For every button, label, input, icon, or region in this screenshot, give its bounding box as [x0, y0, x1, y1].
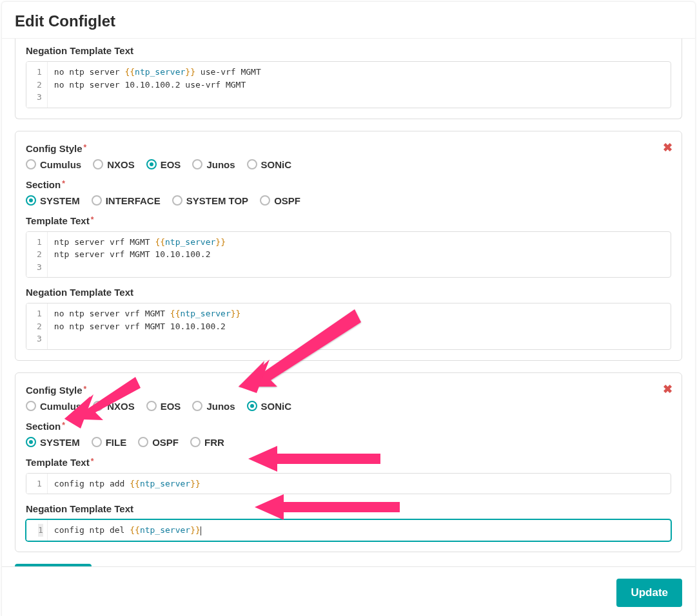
- radio-sonic[interactable]: SONiC: [247, 159, 292, 170]
- radio-label: SYSTEM: [40, 437, 80, 448]
- radio-dot-icon: [146, 401, 157, 411]
- radio-dot-icon: [260, 195, 270, 206]
- radio-junos[interactable]: Junos: [192, 401, 235, 412]
- code-area[interactable]: config ntp del {{ntp_server}}: [48, 520, 671, 541]
- radio-dot-icon: [146, 159, 157, 169]
- negation-template-label-2: Negation Template Text: [26, 503, 671, 514]
- radio-nxos[interactable]: NXOS: [93, 401, 135, 412]
- radio-junos[interactable]: Junos: [192, 159, 235, 170]
- radio-dot-icon: [192, 159, 202, 169]
- radio-dot-icon: [190, 437, 201, 447]
- template-text-label-1: Template Text*: [26, 215, 671, 226]
- radio-label: Cumulus: [40, 401, 81, 412]
- radio-label: SYSTEM TOP: [186, 195, 248, 206]
- template-text-label-2: Template Text*: [26, 457, 671, 468]
- code-area[interactable]: no ntp server vrf MGMT {{ntp_server}} no…: [48, 303, 671, 349]
- add-style-button[interactable]: Add a style: [15, 564, 92, 567]
- radio-label: OSPF: [152, 437, 179, 448]
- radio-dot-icon: [26, 401, 36, 411]
- line-gutter: 1 2 3: [26, 303, 48, 349]
- radio-eos[interactable]: EOS: [146, 401, 181, 412]
- radio-dot-icon: [93, 159, 103, 169]
- radio-label: EOS: [161, 401, 181, 412]
- configlet-card-2: ✖ Config Style* CumulusNXOSEOSJunosSONiC…: [15, 372, 682, 552]
- template-editor-1[interactable]: 1 2 3ntp server vrf MGMT {{ntp_server}} …: [26, 231, 671, 278]
- line-gutter: 1: [26, 520, 48, 541]
- radio-label: OSPF: [274, 195, 300, 206]
- code-area[interactable]: no ntp server {{ntp_server}} use-vrf MGM…: [48, 62, 671, 108]
- code-area[interactable]: ntp server vrf MGMT {{ntp_server}} ntp s…: [48, 232, 671, 278]
- page-title: Edit Configlet: [15, 12, 682, 30]
- radio-label: SYSTEM: [40, 195, 80, 206]
- radio-dot-icon: [26, 195, 36, 206]
- update-button[interactable]: Update: [616, 579, 682, 607]
- modal-body[interactable]: Negation Template Text 1 2 3no ntp serve…: [2, 38, 695, 566]
- configlet-card-1: ✖ Config Style* CumulusNXOSEOSJunosSONiC…: [15, 131, 682, 361]
- radio-system-top[interactable]: SYSTEM TOP: [172, 195, 248, 206]
- configlet-card-0: Negation Template Text 1 2 3no ntp serve…: [15, 39, 682, 119]
- config-style-radios-2: CumulusNXOSEOSJunosSONiC: [26, 401, 671, 412]
- template-editor-2[interactable]: 1config ntp add {{ntp_server}}: [26, 473, 671, 495]
- negation-template-label-1: Negation Template Text: [26, 287, 671, 298]
- modal-header: Edit Configlet: [2, 2, 695, 38]
- radio-ospf[interactable]: OSPF: [260, 195, 300, 206]
- radio-label: SONiC: [261, 159, 292, 170]
- radio-dot-icon: [247, 401, 257, 411]
- radio-dot-icon: [93, 401, 103, 411]
- radio-dot-icon: [92, 195, 102, 206]
- radio-label: NXOS: [107, 159, 135, 170]
- radio-dot-icon: [92, 437, 102, 447]
- negation-template-label-0: Negation Template Text: [26, 45, 671, 56]
- config-style-label-2: Config Style*: [26, 385, 671, 396]
- radio-label: Junos: [206, 401, 235, 412]
- negation-editor-0[interactable]: 1 2 3no ntp server {{ntp_server}} use-vr…: [26, 61, 671, 108]
- radio-eos[interactable]: EOS: [146, 159, 181, 170]
- section-label-2: Section*: [26, 421, 671, 432]
- radio-frr[interactable]: FRR: [190, 437, 224, 448]
- section-radios-2: SYSTEMFILEOSPFFRR: [26, 437, 671, 448]
- radio-dot-icon: [172, 195, 182, 206]
- modal-footer: Update: [2, 566, 695, 616]
- radio-system[interactable]: SYSTEM: [26, 437, 80, 448]
- radio-interface[interactable]: INTERFACE: [92, 195, 161, 206]
- radio-label: FILE: [106, 437, 127, 448]
- radio-cumulus[interactable]: Cumulus: [26, 401, 81, 412]
- radio-sonic[interactable]: SONiC: [247, 401, 292, 412]
- radio-label: Junos: [206, 159, 235, 170]
- radio-dot-icon: [192, 401, 202, 411]
- close-icon[interactable]: ✖: [663, 382, 672, 396]
- config-style-radios-1: CumulusNXOSEOSJunosSONiC: [26, 159, 671, 170]
- radio-dot-icon: [26, 437, 36, 447]
- config-style-label-1: Config Style*: [26, 143, 671, 154]
- section-radios-1: SYSTEMINTERFACESYSTEM TOPOSPF: [26, 195, 671, 206]
- radio-cumulus[interactable]: Cumulus: [26, 159, 81, 170]
- close-icon[interactable]: ✖: [663, 140, 672, 155]
- modal: Edit Configlet Negation Template Text 1 …: [1, 1, 696, 616]
- radio-label: SONiC: [261, 401, 292, 412]
- radio-label: Cumulus: [40, 159, 81, 170]
- radio-system[interactable]: SYSTEM: [26, 195, 80, 206]
- radio-file[interactable]: FILE: [92, 437, 127, 448]
- radio-label: EOS: [161, 159, 181, 170]
- radio-dot-icon: [26, 159, 36, 169]
- radio-dot-icon: [247, 159, 257, 169]
- line-gutter: 1 2 3: [26, 62, 48, 108]
- code-area[interactable]: config ntp add {{ntp_server}}: [48, 474, 671, 494]
- radio-nxos[interactable]: NXOS: [93, 159, 135, 170]
- negation-editor-1[interactable]: 1 2 3no ntp server vrf MGMT {{ntp_server…: [26, 303, 671, 350]
- radio-label: NXOS: [107, 401, 135, 412]
- radio-label: FRR: [204, 437, 224, 448]
- negation-editor-2[interactable]: 1config ntp del {{ntp_server}}: [26, 519, 671, 541]
- radio-ospf[interactable]: OSPF: [138, 437, 179, 448]
- radio-label: INTERFACE: [106, 195, 161, 206]
- line-gutter: 1: [26, 474, 48, 494]
- section-label-1: Section*: [26, 179, 671, 190]
- radio-dot-icon: [138, 437, 148, 447]
- line-gutter: 1 2 3: [26, 232, 48, 278]
